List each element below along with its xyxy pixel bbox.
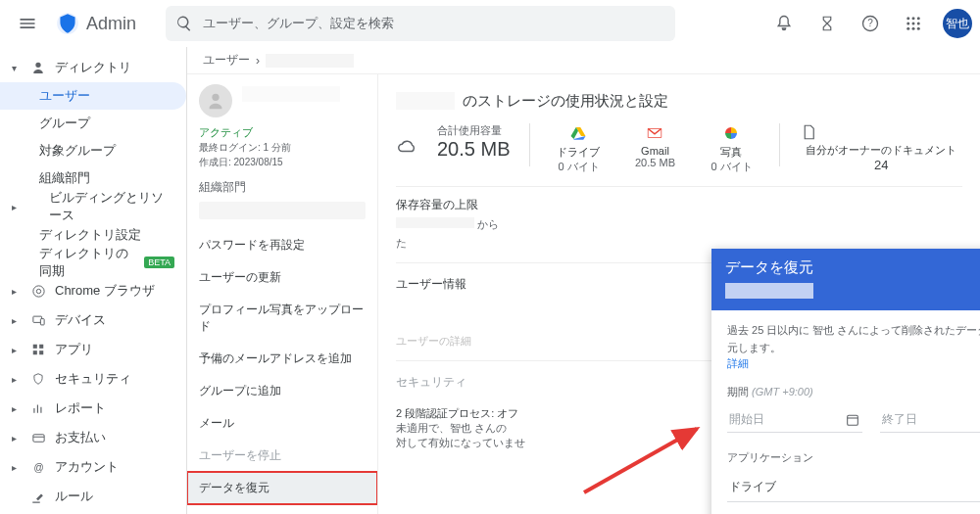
- start-date-input[interactable]: 開始日: [727, 407, 862, 433]
- photos-icon: [703, 123, 760, 143]
- limit-from: から: [477, 218, 499, 230]
- user-avatar: [199, 84, 232, 117]
- svg-rect-17: [39, 345, 43, 349]
- dialog-user-redacted: [725, 283, 813, 299]
- svg-point-10: [912, 27, 915, 30]
- devices-icon: [29, 313, 47, 328]
- action-add-email[interactable]: 予備のメールアドレスを追加: [187, 343, 377, 375]
- drive-label: ドライブ: [550, 145, 607, 160]
- person-icon: [205, 90, 226, 112]
- sidebar-item-account[interactable]: ▸@アカウント: [0, 452, 186, 482]
- account-avatar[interactable]: 智也: [943, 9, 972, 38]
- help-icon: ?: [860, 14, 880, 33]
- sidebar-item-rules[interactable]: ルール: [0, 482, 186, 511]
- gmail-label: Gmail: [626, 145, 683, 157]
- sidebar-item-label: ビルディングとリソース: [49, 189, 174, 224]
- twostep-label: 2 段階認証プロセス: オフ: [396, 406, 525, 421]
- dialog-header: データを復元: [711, 249, 980, 310]
- sidebar-item-devices[interactable]: ▸デバイス: [0, 305, 186, 335]
- svg-point-9: [906, 27, 909, 30]
- dialog-details-link[interactable]: 詳細: [727, 356, 980, 371]
- menu-button[interactable]: [8, 4, 47, 43]
- sidebar-item-billing[interactable]: ▸お支払い: [0, 423, 186, 452]
- action-suspend-user[interactable]: ユーザーを停止: [187, 440, 377, 472]
- sidebar-item-dir-sync[interactable]: ディレクトリの同期BETA: [0, 249, 186, 276]
- sidebar-item-directory[interactable]: ▾ディレクトリ: [0, 53, 186, 82]
- application-select[interactable]: ドライブ▾: [727, 473, 980, 502]
- credit-card-icon: [29, 431, 47, 445]
- dialog-footer: キャンセル 復元: [711, 510, 980, 514]
- docs-value: 24: [800, 158, 962, 172]
- hourglass-icon: [818, 15, 836, 32]
- sidebar-item-label: アプリ: [55, 341, 93, 358]
- search-placeholder: ユーザー、グループ、設定を検索: [203, 15, 394, 32]
- sidebar-item-buildings[interactable]: ▸ビルディングとリソース: [0, 192, 186, 221]
- sidebar-item-reports[interactable]: ▸レポート: [0, 394, 186, 423]
- avatar-initials: 智也: [946, 16, 969, 32]
- at-icon: @: [29, 460, 47, 475]
- sidebar-item-users[interactable]: ユーザー: [0, 82, 186, 110]
- sidebar-item-label: 組織部門: [39, 169, 90, 187]
- info-card-title: ユーザー情報: [396, 276, 466, 293]
- action-upload-photo[interactable]: プロフィール写真をアップロード: [187, 294, 377, 343]
- action-add-to-group[interactable]: グループに追加: [187, 375, 377, 407]
- brand-text: Admin: [86, 14, 136, 34]
- sidebar-item-label: ディレクトリ: [55, 59, 131, 76]
- svg-marker-28: [574, 136, 586, 140]
- dialog-range-label: 期間: [727, 386, 749, 397]
- total-storage-value: 20.5 MB: [437, 138, 510, 161]
- gmail-value: 20.5 MB: [626, 157, 683, 168]
- crumb-sep: ›: [256, 54, 260, 68]
- svg-rect-23: [32, 434, 43, 442]
- svg-point-12: [32, 285, 43, 296]
- total-storage-label: 合計使用容量: [437, 123, 510, 138]
- svg-rect-16: [33, 345, 37, 349]
- user-actions-list: パスワードを再設定 ユーザーの更新 プロフィール写真をアップロード 予備のメール…: [187, 229, 377, 504]
- dialog-tz: (GMT +9:00): [752, 386, 813, 397]
- photos-value: 0 バイト: [703, 160, 760, 174]
- action-reset-password[interactable]: パスワードを再設定: [187, 229, 377, 261]
- limit-redacted: [396, 217, 474, 228]
- sidebar-item-label: レポート: [55, 399, 106, 417]
- sidebar-item-label: ディレクトリ設定: [39, 226, 141, 244]
- svg-point-4: [912, 17, 915, 20]
- svg-text:@: @: [33, 462, 43, 473]
- end-date-placeholder: 終了日: [882, 411, 917, 428]
- breadcrumb: ユーザー ›: [187, 47, 980, 74]
- sidebar-item-apps[interactable]: ▸アプリ: [0, 335, 186, 364]
- shield-icon: [29, 372, 47, 386]
- bell-icon: [774, 14, 794, 33]
- dialog-title: データを復元: [725, 258, 980, 277]
- sidebar-item-chrome[interactable]: ▸Chrome ブラウザ: [0, 276, 186, 305]
- user-name-redacted: [242, 86, 340, 102]
- org-unit-label: 組織部門: [187, 175, 377, 200]
- sidebar-item-target-groups[interactable]: 対象グループ: [0, 137, 186, 164]
- org-unit-redacted: [199, 202, 366, 219]
- sidebar-item-label: アカウント: [55, 458, 119, 476]
- sidebar-item-groups[interactable]: グループ: [0, 110, 186, 137]
- calendar-icon: [845, 412, 860, 428]
- username-redacted: [396, 92, 455, 110]
- action-update-user[interactable]: ユーザーの更新: [187, 261, 377, 294]
- storage-summary: 合計使用容量 20.5 MB ドライブ 0 バイト Gmail 20.5 MB: [396, 123, 962, 174]
- chrome-icon: [29, 284, 47, 299]
- storage-title-text: のストレージの使用状況と設定: [463, 92, 668, 111]
- sidebar-item-security[interactable]: ▸セキュリティ: [0, 364, 186, 394]
- notifications-button[interactable]: [766, 6, 802, 41]
- end-date-input[interactable]: 終了日: [880, 407, 981, 433]
- apps-button[interactable]: [896, 6, 931, 41]
- crumb-users[interactable]: ユーザー: [203, 52, 250, 69]
- help-button[interactable]: ?: [853, 6, 888, 41]
- action-restore-data[interactable]: データを復元: [187, 472, 377, 504]
- security-card-title: セキュリティ: [396, 374, 466, 391]
- search-bar[interactable]: ユーザー、グループ、設定を検索: [166, 6, 675, 41]
- action-email[interactable]: メール: [187, 407, 377, 440]
- user-panel: アクティブ 最終ログイン: 1 分前 作成日: 2023/08/15 組織部門 …: [187, 74, 378, 514]
- sidebar-item-label: ディレクトリの同期: [39, 245, 132, 280]
- document-icon: [800, 123, 962, 141]
- storage-limit-card: 保存容量の上限 から た: [396, 186, 962, 251]
- sidebar-item-org-units[interactable]: 組織部門: [0, 164, 186, 192]
- sidebar-item-label: Chrome ブラウザ: [55, 282, 155, 300]
- person-icon: [29, 60, 47, 75]
- tasks-button[interactable]: [809, 6, 845, 41]
